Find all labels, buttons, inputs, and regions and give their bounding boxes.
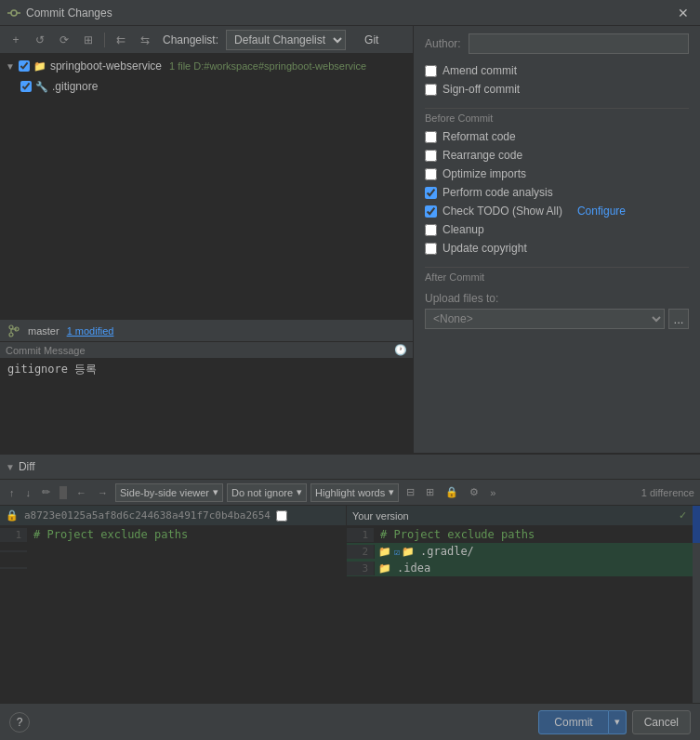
checkbox-icon-gradle: ☑ [394,547,400,557]
modified-badge[interactable]: 1 modified [67,325,114,337]
diff-hash: a8723e0125a5af8d6c244638a491f7c0b4ba2654 [24,509,271,522]
folder-icon-gradle: 📁 [378,546,391,558]
prev-diff-button[interactable]: ↑ [6,486,19,499]
rearrange-code-row[interactable]: Rearrange code [425,146,689,165]
diff-left-panel: 🔒 a8723e0125a5af8d6c244638a491f7c0b4ba26… [0,506,347,703]
diff-line-idea-icons: 📁 [375,562,391,575]
tree-child-item[interactable]: 🔧 .gitignore [15,76,413,97]
next-diff-button[interactable]: ↓ [22,486,35,499]
reformat-code-checkbox[interactable] [425,131,437,143]
amend-commit-label: Amend commit [442,64,517,77]
collapse-unchanged-button[interactable]: ⊟ [403,485,418,499]
changelist-label: Changelist: [163,33,218,46]
update-copyright-checkbox[interactable] [425,243,437,255]
diff-line-num [0,567,28,569]
title-bar: Commit Changes ✕ [0,0,700,26]
file-icon: 🔧 [35,81,48,93]
child-label: .gitignore [52,80,98,93]
lock-button[interactable]: 🔒 [442,485,462,499]
add-button[interactable]: + [6,30,26,50]
top-section: + ↺ ⟳ ⊞ ⇇ ⇆ Changelist: Default Changeli… [0,26,700,454]
viewer-select[interactable]: Side-by-side viewer ▾ [115,483,223,502]
configure-link[interactable]: Configure [577,205,626,218]
amend-commit-checkbox[interactable] [425,65,437,77]
refresh-button[interactable]: ⟳ [54,30,74,50]
diff-file-header-left: 🔒 a8723e0125a5af8d6c244638a491f7c0b4ba26… [0,506,346,526]
side-by-side-button[interactable]: ⊞ [422,485,438,499]
diff-line-gradle-icons: 📁 ☑ 📁 [375,546,415,558]
optimize-imports-label: Optimize imports [442,167,526,180]
history-icon[interactable]: 🕐 [394,344,407,356]
left-arrow-button[interactable]: ← [73,486,90,499]
diff-title[interactable]: ▼ Diff [6,460,35,473]
cleanup-checkbox[interactable] [425,224,437,236]
commit-dropdown-button[interactable]: ▾ [609,710,627,734]
highlight-dropdown-icon: ▾ [389,486,394,498]
left-panel: + ↺ ⟳ ⊞ ⇇ ⇆ Changelist: Default Changeli… [0,26,414,453]
cleanup-label: Cleanup [442,223,484,236]
expand-button[interactable]: ⊞ [78,30,99,50]
reformat-code-row[interactable]: Reformat code [425,127,689,146]
diff-line-gradle: 2 📁 ☑ 📁 .gradle/ [347,543,693,560]
diff-scrollbar[interactable] [693,506,700,703]
diff-line-gradle-left [0,560,346,576]
edit-diff-button[interactable]: ✏ [38,485,54,499]
upload-more-button[interactable]: ... [668,309,689,329]
sign-off-row[interactable]: Sign-off commit [425,80,689,99]
child-checkbox[interactable] [20,81,32,92]
move-all-button[interactable]: ⇇ [111,30,131,50]
toolbar-separator [104,33,105,47]
diff-version-label: Your version [352,510,409,522]
ignore-dropdown-icon: ▾ [297,486,302,498]
tree-root-item[interactable]: ▼ 📁 springboot-webservice 1 file D:#work… [0,56,413,76]
svg-point-4 [9,333,13,337]
perform-code-analysis-row[interactable]: Perform code analysis [425,183,689,202]
upload-select[interactable]: <None> [425,309,665,329]
optimize-imports-checkbox[interactable] [425,168,437,180]
diff-line-num [0,550,28,552]
perform-code-analysis-checkbox[interactable] [425,187,437,199]
sign-off-checkbox[interactable] [425,84,437,96]
svg-point-3 [9,325,13,329]
more-button[interactable]: » [486,486,499,499]
check-todo-checkbox[interactable] [425,205,437,218]
commit-button[interactable]: Commit [538,710,608,734]
settings-button[interactable]: ⚙ [466,485,482,499]
rearrange-code-checkbox[interactable] [425,150,437,162]
changelist-select[interactable]: Default Changelist [226,30,346,50]
folder-icon-idea: 📁 [378,562,391,575]
highlight-select[interactable]: Highlight words ▾ [310,483,399,502]
file-tree: ▼ 📁 springboot-webservice 1 file D:#work… [0,54,413,319]
optimize-imports-row[interactable]: Optimize imports [425,165,689,183]
upload-section: Upload files to: <None> ... [425,292,689,329]
help-button[interactable]: ? [9,712,30,733]
diff-label: Diff [19,460,35,473]
commit-btn-group: Commit ▾ [538,710,626,734]
cancel-button[interactable]: Cancel [632,710,691,734]
right-arrow-button[interactable]: → [94,486,112,499]
undo-button[interactable]: ↺ [30,30,50,50]
ignore-select[interactable]: Do not ignore ▾ [227,483,307,502]
check-todo-row[interactable]: Check TODO (Show All) Configure [425,202,689,220]
root-checkbox[interactable] [19,60,30,72]
close-button[interactable]: ✕ [674,6,693,20]
update-copyright-row[interactable]: Update copyright [425,239,689,258]
diff-left-checkbox[interactable] [276,510,287,522]
after-commit-header: After Commit [425,267,689,283]
commit-message-header: Commit Message 🕐 [0,342,413,358]
cleanup-row[interactable]: Cleanup [425,220,689,239]
amend-commit-row[interactable]: Amend commit [425,61,689,80]
diff-content: 🔒 a8723e0125a5af8d6c244638a491f7c0b4ba26… [0,506,700,703]
commit-message-textarea[interactable]: gitignore 등록 [0,358,413,453]
diff-line-comment-right: 1 # Project exclude paths [347,526,693,543]
move-button[interactable]: ⇆ [135,30,155,50]
git-tab[interactable]: Git [357,32,386,48]
diff-scrollbar-thumb [693,506,700,543]
author-input[interactable] [469,33,689,54]
diff-line-num: 1 [0,528,28,542]
title-bar-left: Commit Changes [7,7,112,20]
upload-row: <None> ... [425,309,689,329]
folder-icon: 📁 [33,60,46,73]
before-commit-header: Before Commit [425,108,689,124]
reformat-code-label: Reformat code [442,130,516,143]
